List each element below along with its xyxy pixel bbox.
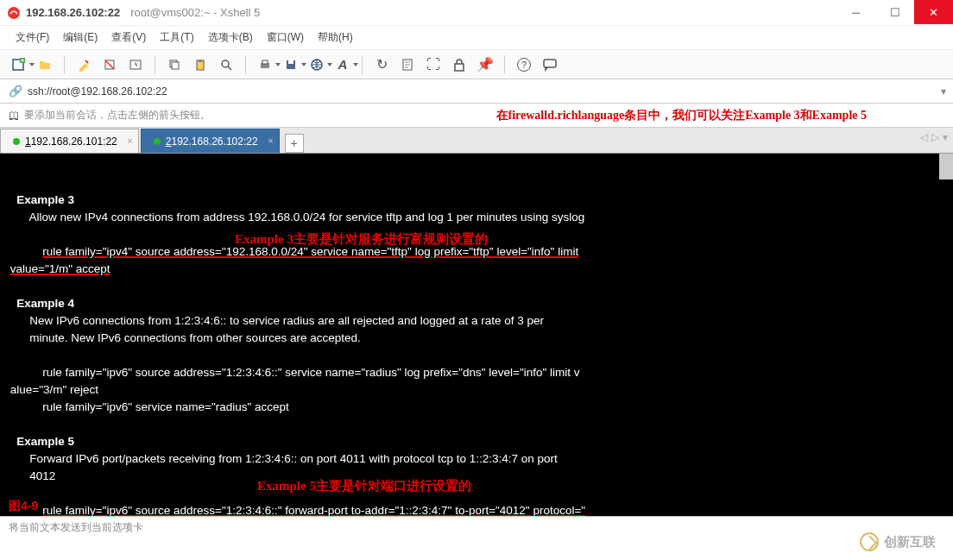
tab-accel: 1 <box>25 135 31 148</box>
svg-rect-13 <box>288 60 293 64</box>
status-bar: 将当前文本发送到当前选项卡 <box>0 516 953 538</box>
term-line: 4012 <box>7 469 55 482</box>
script-button[interactable] <box>397 54 418 75</box>
session-tab-1[interactable]: 1 192.168.26.101:22 × <box>0 129 139 153</box>
figure-label: 图4-9 <box>9 498 38 514</box>
bookmark-icon[interactable]: 🕮 <box>9 110 19 122</box>
terminal[interactable]: Example 3 Allow new IPv4 connections fro… <box>0 154 953 516</box>
menu-bar: 文件(F) 编辑(E) 查看(V) 工具(T) 选项卡(B) 窗口(W) 帮助(… <box>0 26 953 50</box>
toolbar-separator <box>362 55 363 74</box>
add-tab-button[interactable]: + <box>285 134 304 153</box>
watermark-icon <box>860 532 879 551</box>
term-line: Forward IPv6 port/packets receiving from… <box>7 452 558 465</box>
fullscreen-button[interactable]: ⛶ <box>423 54 444 75</box>
svg-rect-11 <box>262 60 268 64</box>
minimize-button[interactable]: ─ <box>836 0 875 24</box>
hint-text: 要添加当前会话，点击左侧的箭头按钮。 <box>24 108 211 123</box>
menu-edit[interactable]: 编辑(E) <box>58 28 103 47</box>
app-icon <box>7 6 21 20</box>
find-button[interactable] <box>216 54 237 75</box>
tab-next-icon[interactable]: ▷ <box>931 131 939 143</box>
new-session-button[interactable] <box>9 54 29 75</box>
svg-point-9 <box>222 60 229 67</box>
toolbar-separator <box>245 55 246 74</box>
web-button[interactable] <box>306 54 327 75</box>
term-line: Example 4 <box>7 297 74 310</box>
watermark: 创新互联 <box>860 532 936 551</box>
svg-rect-17 <box>544 60 556 67</box>
svg-rect-6 <box>172 62 179 69</box>
lock-button[interactable] <box>449 54 470 75</box>
reconnect-button[interactable] <box>125 54 146 75</box>
pin-button[interactable]: 📌 <box>475 54 495 75</box>
menu-tools[interactable]: 工具(T) <box>155 28 199 47</box>
tab-close-icon[interactable]: × <box>268 135 273 146</box>
menu-view[interactable]: 查看(V) <box>106 28 151 47</box>
watermark-text: 创新互联 <box>884 534 936 551</box>
close-button[interactable]: ✕ <box>914 0 953 24</box>
term-line: Example 5 <box>7 435 74 448</box>
tab-accel: 2 <box>166 135 172 148</box>
address-text: ssh://root@192.168.26.102:22 <box>28 85 167 98</box>
tab-bar: 1 192.168.26.101:22 × 2 192.168.26.102:2… <box>0 128 953 154</box>
properties-button[interactable] <box>73 54 94 75</box>
maximize-button[interactable]: ☐ <box>875 0 914 24</box>
toolbar: A ↻ ⛶ 📌 ? <box>0 50 953 79</box>
annotation-example3: Example 3主要是针对服务进行富规则设置的 <box>235 231 488 248</box>
tab-list-icon[interactable]: ▾ <box>943 131 948 143</box>
window-title-main: 192.168.26.102:22 <box>26 6 120 19</box>
status-dot-icon <box>13 138 20 145</box>
tab-nav: ◁ ▷ ▾ <box>920 131 948 143</box>
term-line: New IPv6 connections from 1:2:3:4:6:: to… <box>7 314 544 327</box>
window-title-sub: root@vms002:~ - Xshell 5 <box>130 6 260 19</box>
term-line: Allow new IPv4 connections from address … <box>7 211 584 223</box>
tab-close-icon[interactable]: × <box>127 135 132 146</box>
menu-file[interactable]: 文件(F) <box>10 28 54 47</box>
menu-tabs[interactable]: 选项卡(B) <box>203 28 258 47</box>
save-button[interactable] <box>281 54 301 75</box>
menu-window[interactable]: 窗口(W) <box>262 28 309 47</box>
refresh-button[interactable]: ↻ <box>371 54 392 75</box>
open-button[interactable] <box>35 54 55 75</box>
toolbar-separator <box>504 55 505 74</box>
menu-help[interactable]: 帮助(H) <box>312 28 358 47</box>
copy-button[interactable] <box>164 54 185 75</box>
address-dropdown-icon[interactable]: ▾ <box>941 85 946 98</box>
session-tab-2[interactable]: 2 192.168.26.102:22 × <box>141 129 280 153</box>
toolbar-separator <box>64 55 65 74</box>
tab-label: 192.168.26.102:22 <box>171 135 257 148</box>
print-button[interactable] <box>255 54 275 75</box>
term-line: rule family="ipv6" source address="1:2:3… <box>7 366 580 379</box>
hint-bar: 🕮 要添加当前会话，点击左侧的箭头按钮。 在firewalld.richlang… <box>0 104 953 128</box>
term-line-underlined: rule family="ipv6" source address="1:2:3… <box>42 504 585 516</box>
term-line: minute. New IPv6 connections from other … <box>7 331 361 344</box>
disconnect-button[interactable] <box>99 54 120 75</box>
term-line: alue="3/m" reject <box>7 383 98 396</box>
scrollbar-thumb[interactable] <box>939 154 953 179</box>
chat-button[interactable] <box>540 54 560 75</box>
title-bar: 192.168.26.102:22 root@vms002:~ - Xshell… <box>0 0 953 26</box>
svg-rect-8 <box>199 60 202 62</box>
term-line <box>7 245 42 258</box>
term-line: rule family="ipv6" service name="radius"… <box>7 400 289 413</box>
help-button[interactable]: ? <box>514 54 534 75</box>
tab-prev-icon[interactable]: ◁ <box>920 131 928 143</box>
annotation-example5: Example 5主要是针对端口进行设置的 <box>257 478 471 494</box>
annotation-top: 在firewalld.richlanguage条目中，我们可以关注Example… <box>496 108 867 123</box>
status-text: 将当前文本发送到当前选项卡 <box>9 520 143 535</box>
link-icon: 🔗 <box>9 85 22 98</box>
tab-label: 192.168.26.101:22 <box>31 135 117 148</box>
term-line: Example 3 <box>7 193 74 206</box>
svg-rect-16 <box>455 64 464 71</box>
status-dot-icon <box>154 138 161 145</box>
term-line-underlined: value="1/m" accept <box>10 262 110 275</box>
paste-button[interactable] <box>190 54 211 75</box>
toolbar-separator <box>155 55 155 74</box>
font-button[interactable]: A <box>332 54 353 75</box>
address-bar[interactable]: 🔗 ssh://root@192.168.26.102:22 ▾ <box>0 79 953 104</box>
svg-point-0 <box>8 7 20 19</box>
